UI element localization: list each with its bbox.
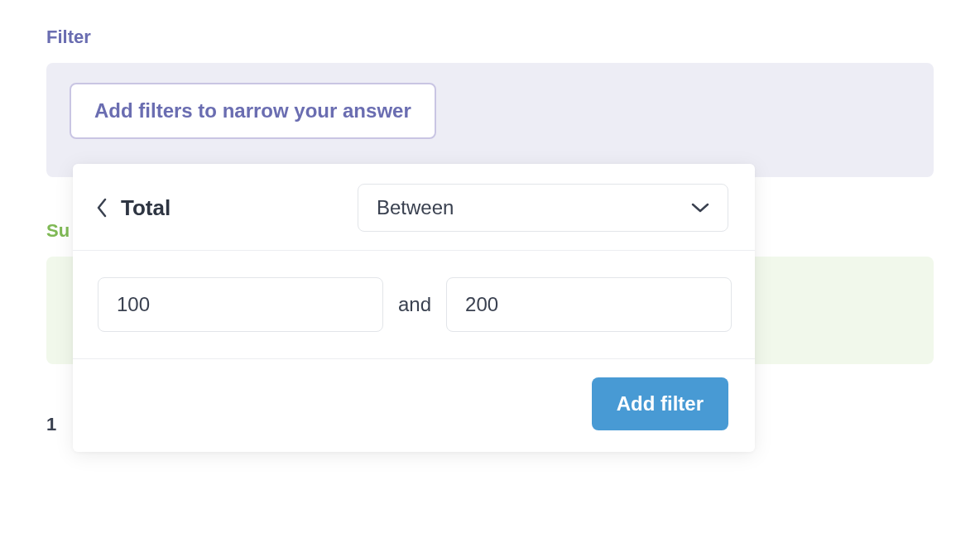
popover-header: Total Between (73, 164, 755, 251)
popover-footer: Add filter (73, 359, 755, 452)
chevron-left-icon[interactable] (96, 198, 108, 218)
filter-panel: Add filters to narrow your answer (46, 63, 934, 177)
range-from-input[interactable] (98, 277, 383, 332)
range-conjunction: and (398, 293, 431, 316)
add-filter-button[interactable]: Add filter (592, 377, 728, 430)
popover-body: and (73, 251, 755, 359)
operator-select-value: Between (377, 196, 454, 219)
filter-popover: Total Between and Add filter (73, 164, 755, 452)
operator-select[interactable]: Between (358, 184, 728, 232)
add-filter-pill[interactable]: Add filters to narrow your answer (70, 83, 436, 139)
filter-section-label: Filter (46, 26, 934, 48)
range-to-input[interactable] (446, 277, 732, 332)
chevron-down-icon (691, 202, 709, 214)
popover-title: Total (121, 195, 171, 221)
